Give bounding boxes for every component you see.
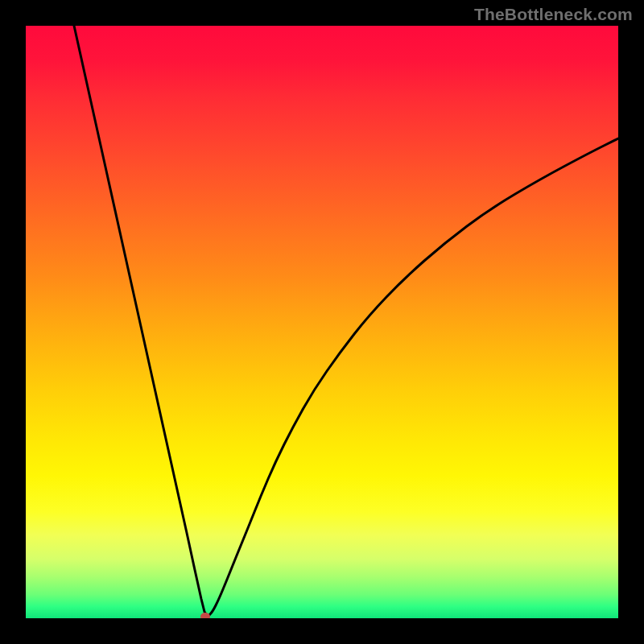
bottleneck-curve bbox=[74, 26, 618, 617]
watermark-text: TheBottleneck.com bbox=[474, 5, 633, 24]
chart-frame: TheBottleneck.com bbox=[0, 0, 644, 644]
curve-layer bbox=[26, 26, 618, 618]
plot-area bbox=[26, 26, 618, 618]
minimum-marker bbox=[200, 613, 210, 618]
